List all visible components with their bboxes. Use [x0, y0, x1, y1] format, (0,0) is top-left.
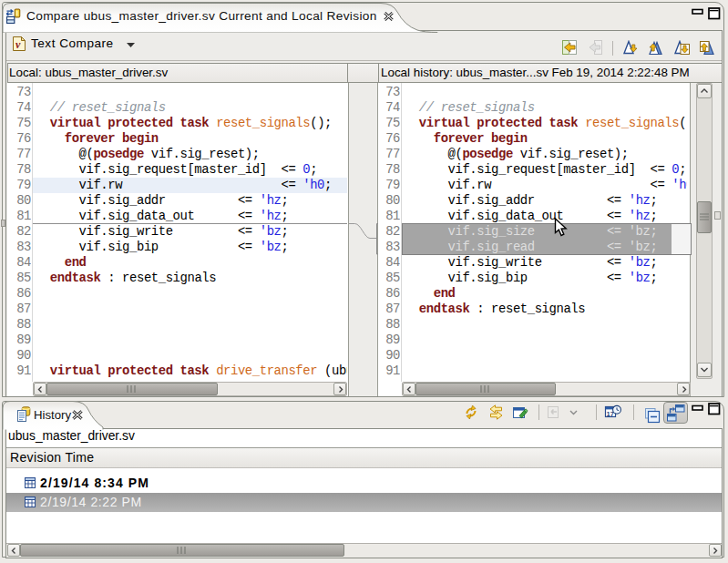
svg-text:v: v	[15, 38, 21, 51]
